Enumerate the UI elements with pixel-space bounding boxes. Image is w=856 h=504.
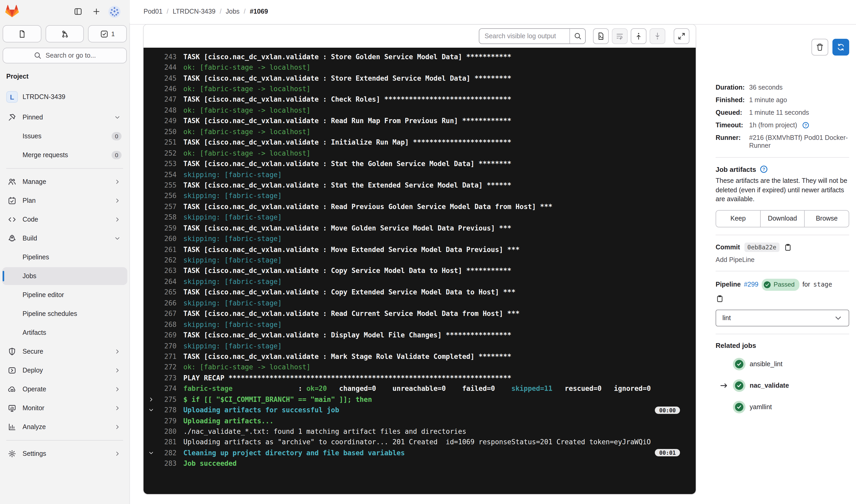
log-line-number[interactable]: 278 <box>157 406 177 414</box>
sidebar-item-settings[interactable]: Settings <box>2 445 127 463</box>
log-line-number[interactable]: 268 <box>157 320 177 328</box>
log-line-number[interactable]: 271 <box>157 353 177 360</box>
job-stage-dropdown[interactable]: lint <box>716 309 849 326</box>
log-line-number[interactable]: 270 <box>157 342 177 350</box>
breadcrumb-item-ltrdcn-3439[interactable]: LTRDCN-3439 <box>173 8 216 15</box>
log-line-number[interactable]: 259 <box>157 224 177 232</box>
sidebar-item-pinned[interactable]: Pinned <box>2 108 127 126</box>
log-line-number[interactable]: 251 <box>157 138 177 146</box>
wrap-lines-button[interactable] <box>612 28 628 44</box>
log-line-number[interactable]: 265 <box>157 288 177 296</box>
log-line-number[interactable]: 260 <box>157 235 177 242</box>
log-line-number[interactable]: 249 <box>157 117 177 125</box>
breadcrumb-item-pod01[interactable]: Pod01 <box>144 8 162 15</box>
log-search-button[interactable] <box>569 29 585 43</box>
log-line-number[interactable]: 248 <box>157 106 177 114</box>
related-job-ansible_lint[interactable]: ansible_lint <box>716 357 849 371</box>
sidebar-item-issues[interactable]: Issues0 <box>2 127 127 145</box>
log-line-number[interactable]: 281 <box>157 438 177 446</box>
commit-message[interactable]: Add PipeLine <box>716 256 849 263</box>
sidebar-item-code[interactable]: Code <box>2 211 127 229</box>
scroll-to-top-button[interactable] <box>631 28 646 44</box>
retry-job-button[interactable] <box>833 39 849 56</box>
log-line-number[interactable]: 273 <box>157 374 177 382</box>
commit-sha[interactable]: 0eb8a22e <box>744 242 780 252</box>
log-line-text: $ if [[ "$CI_COMMIT_BRANCH" == "main" ]]… <box>183 395 372 403</box>
log-line-number[interactable]: 274 <box>157 385 177 393</box>
download-artifacts-button[interactable]: Download <box>760 210 804 227</box>
sidebar-shortcut-todos[interactable]: 1 <box>88 25 127 42</box>
log-line-number[interactable]: 261 <box>157 246 177 253</box>
sidebar-item-artifacts[interactable]: Artifacts <box>2 324 127 342</box>
collapse-right-icon[interactable] <box>148 396 157 402</box>
erase-job-log-button[interactable] <box>812 39 828 56</box>
log-line-number[interactable]: 263 <box>157 267 177 275</box>
sidebar-item-jobs[interactable]: Jobs <box>2 267 127 285</box>
sidebar-shortcut-issues[interactable] <box>3 25 41 42</box>
keep-artifacts-button[interactable]: Keep <box>716 210 760 227</box>
log-line-number[interactable]: 282 <box>157 449 177 457</box>
sidebar-item-pipeline-schedules[interactable]: Pipeline schedules <box>2 305 127 323</box>
log-line-number[interactable]: 255 <box>157 181 177 189</box>
log-line-number[interactable]: 253 <box>157 160 177 168</box>
breadcrumb-item--1069[interactable]: #1069 <box>250 8 268 15</box>
log-line-number[interactable]: 244 <box>157 64 177 71</box>
log-line-number[interactable]: 256 <box>157 192 177 200</box>
scroll-to-bottom-button[interactable] <box>649 28 665 44</box>
pipeline-id-link[interactable]: #299 <box>744 279 759 290</box>
search-input[interactable]: Search or go to... <box>3 48 127 64</box>
help-icon[interactable]: ? <box>760 165 768 174</box>
sidebar-item-pipeline-editor[interactable]: Pipeline editor <box>2 286 127 304</box>
sidebar-item-pipelines[interactable]: Pipelines <box>2 248 127 266</box>
log-line-number[interactable]: 257 <box>157 203 177 211</box>
log-line-number[interactable]: 258 <box>157 214 177 221</box>
copy-pipeline-ref-button[interactable] <box>716 294 724 303</box>
gitlab-logo-icon[interactable] <box>5 5 19 18</box>
pipeline-ref[interactable]: stage <box>813 279 832 290</box>
sidebar-item-deploy[interactable]: Deploy <box>2 361 127 379</box>
fullscreen-button[interactable] <box>674 28 690 44</box>
sidebar-item-build[interactable]: Build <box>2 230 127 247</box>
log-line-number[interactable]: 267 <box>157 310 177 318</box>
sidebar-item-secure[interactable]: Secure <box>2 343 127 360</box>
log-line-number[interactable]: 283 <box>157 460 177 468</box>
sidebar-item-project[interactable]: L LTRDCN-3439 <box>2 87 127 107</box>
sidebar-item-monitor[interactable]: Monitor <box>2 399 127 417</box>
log-line-number[interactable]: 243 <box>157 53 177 60</box>
help-icon[interactable]: ? <box>802 122 809 129</box>
create-new-button[interactable] <box>90 5 103 18</box>
related-job-nac_validate[interactable]: nac_validate <box>716 378 849 393</box>
collapse-down-icon[interactable] <box>148 450 157 456</box>
related-job-yamllint[interactable]: yamllint <box>716 399 849 414</box>
log-search-input[interactable] <box>479 29 569 43</box>
sidebar-toggle-icon[interactable] <box>71 5 85 18</box>
log-line-number[interactable]: 275 <box>157 395 177 403</box>
log-line-number[interactable]: 269 <box>157 331 177 339</box>
log-line-number[interactable]: 272 <box>157 363 177 371</box>
browse-artifacts-button[interactable]: Browse <box>804 210 849 227</box>
log-line-text: skipping: [fabric-stage] <box>183 278 282 286</box>
sidebar-item-manage[interactable]: Manage <box>2 173 127 191</box>
user-avatar[interactable] <box>108 5 121 18</box>
log-line-number[interactable]: 264 <box>157 278 177 286</box>
breadcrumb-item-jobs[interactable]: Jobs <box>226 8 240 15</box>
log-line-number[interactable]: 245 <box>157 74 177 82</box>
log-line-number[interactable]: 247 <box>157 96 177 104</box>
log-line-number[interactable]: 246 <box>157 85 177 93</box>
log-line-number[interactable]: 279 <box>157 417 177 425</box>
copy-commit-sha-button[interactable] <box>784 243 792 251</box>
sidebar-item-merge-requests[interactable]: Merge requests0 <box>2 146 127 164</box>
collapse-down-icon[interactable] <box>148 407 157 413</box>
log-line-number[interactable]: 266 <box>157 299 177 307</box>
sidebar-item-plan[interactable]: Plan <box>2 192 127 210</box>
sidebar-item-analyze[interactable]: Analyze <box>2 418 127 436</box>
log-line-number[interactable]: 252 <box>157 149 177 157</box>
pipeline-status-badge[interactable]: Passed <box>762 278 799 290</box>
log-line-number[interactable]: 250 <box>157 128 177 136</box>
sidebar-item-operate[interactable]: Operate <box>2 380 127 398</box>
show-raw-log-button[interactable] <box>593 28 609 44</box>
log-line-number[interactable]: 280 <box>157 428 177 435</box>
sidebar-shortcut-merge-requests[interactable] <box>45 25 84 42</box>
log-line-number[interactable]: 254 <box>157 170 177 178</box>
log-line-number[interactable]: 262 <box>157 256 177 264</box>
